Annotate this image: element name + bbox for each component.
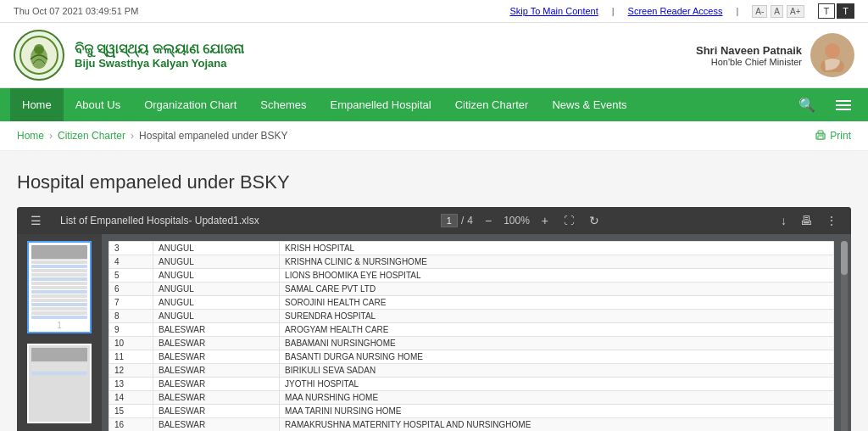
nav-about[interactable]: About Us (64, 88, 132, 121)
breadcrumb: Home › Citizen Charter › Hospital empane… (17, 130, 288, 142)
nav-empanelled[interactable]: Empanelled Hospital (319, 88, 443, 121)
org-name-odia: ବିଜୁ ସ୍ୱାସ୍ଥ୍ୟ କଲ୍ୟାଣ ଯୋଜନା (75, 42, 244, 57)
org-name-eng: Biju Swasthya Kalyan Yojana (75, 57, 244, 70)
breadcrumb-sep-1: › (49, 130, 53, 142)
pdf-zoom-level: 100% (504, 215, 530, 227)
pdf-page-sep: / (461, 215, 464, 227)
translation-t2[interactable]: T (837, 3, 854, 19)
pdf-zoom-out-button[interactable]: − (481, 212, 495, 229)
table-cell-num: 7 (109, 296, 153, 310)
table-cell-num: 12 (109, 364, 153, 378)
breadcrumb-bar: Home › Citizen Charter › Hospital empane… (0, 121, 868, 151)
translation-t1[interactable]: T (818, 3, 836, 19)
menu-icon[interactable] (829, 93, 858, 117)
pdf-download-button[interactable]: ↓ (777, 212, 790, 229)
separator: | (736, 6, 738, 16)
pdf-viewer: ☰ List of Empanelled Hospitals- Updated1… (17, 207, 851, 431)
pdf-zoom-in-button[interactable]: + (538, 212, 552, 229)
logo-area: ବିଜୁ ସ୍ୱାସ୍ଥ୍ୟ କଲ୍ୟାଣ ଯୋଜନା Biju Swasthy… (14, 30, 244, 81)
pdf-thumbnail-panel: 1 (17, 234, 102, 431)
minister-photo (810, 33, 854, 77)
print-button[interactable]: Print (815, 130, 851, 142)
navbar: Home About Us Organization Chart Schemes… (0, 88, 868, 121)
minister-area: Shri Naveen Patnaik Hon'ble Chief Minist… (696, 33, 854, 77)
font-size-controls: A- A A+ (752, 5, 804, 18)
print-label: Print (830, 130, 851, 142)
table-cell-district: ANUGUL (153, 269, 280, 283)
datetime: Thu Oct 07 2021 03:49:51 PM (14, 6, 138, 16)
table-cell-district: BALESWAR (153, 378, 280, 391)
screen-reader-link[interactable]: Screen Reader Access (628, 6, 723, 16)
table-cell-district: BALESWAR (153, 337, 280, 350)
font-size-decrease[interactable]: A- (752, 5, 767, 18)
pdf-menu-icon[interactable]: ☰ (27, 212, 45, 229)
pdf-fit-button[interactable]: ⛶ (560, 213, 577, 228)
table-cell-num: 9 (109, 323, 153, 337)
table-row: 11BALESWARBASANTI DURGA NURSING HOME (109, 350, 834, 364)
minister-text: Shri Naveen Patnaik Hon'ble Chief Minist… (696, 44, 802, 67)
table-row: 13BALESWARJYOTHI HOSPITAL (109, 378, 834, 391)
nav-schemes[interactable]: Schemes (248, 88, 318, 121)
table-cell-hospital: SAMAL CARE PVT LTD (280, 283, 834, 296)
table-cell-num: 15 (109, 405, 153, 418)
top-bar: Thu Oct 07 2021 03:49:51 PM Skip To Main… (0, 0, 868, 23)
skip-link[interactable]: Skip To Main Content (509, 6, 598, 16)
breadcrumb-current: Hospital empaneled under BSKY (139, 130, 287, 142)
svg-point-2 (34, 44, 44, 54)
breadcrumb-sep-2: › (131, 130, 134, 142)
pdf-thumb-img-1 (29, 243, 90, 319)
pdf-more-button[interactable]: ⋮ (822, 212, 841, 229)
table-row: 16BALESWARRAMAKRUSHNA MATERNITY HOSPITAL… (109, 418, 834, 432)
pdf-scrollbar-thumb[interactable] (841, 241, 848, 275)
table-row: 10BALESWARBABAMANI NURSINGHOME (109, 337, 834, 350)
pdf-filename: List of Empanelled Hospitals- Updated1.x… (60, 215, 259, 227)
page-title: Hospital empaneled under BSKY (17, 171, 851, 193)
table-cell-district: BALESWAR (153, 418, 280, 432)
nav-citizen-charter[interactable]: Citizen Charter (443, 88, 541, 121)
nav-org-chart[interactable]: Organization Chart (132, 88, 248, 121)
table-cell-district: ANUGUL (153, 310, 280, 323)
nav-home[interactable]: Home (10, 88, 64, 121)
table-cell-hospital: BASANTI DURGA NURSING HOME (280, 350, 834, 364)
font-size-normal[interactable]: A (771, 5, 783, 18)
pdf-page-current: 1 (441, 214, 458, 227)
table-cell-num: 6 (109, 283, 153, 296)
table-cell-district: ANUGUL (153, 255, 280, 269)
pdf-print-action-button[interactable]: 🖶 (797, 212, 815, 229)
pdf-page-info: 1 / 4 (441, 214, 473, 227)
table-row: 7ANUGULSOROJINI HEALTH CARE (109, 296, 834, 310)
pdf-toolbar: ☰ List of Empanelled Hospitals- Updated1… (17, 207, 851, 234)
table-cell-hospital: SOROJINI HEALTH CARE (280, 296, 834, 310)
search-icon[interactable]: 🔍 (792, 90, 822, 120)
table-cell-num: 8 (109, 310, 153, 323)
pdf-main-content: 3ANUGULKRISH HOSPITAL4ANUGULKRISHNA CLIN… (108, 241, 834, 431)
pdf-scrollbar[interactable] (841, 241, 848, 431)
table-row: 12BALESWARBIRIKULI SEVA SADAN (109, 364, 834, 378)
nav-news-events[interactable]: News & Events (540, 88, 638, 121)
separator: | (612, 6, 615, 16)
nav-icons: 🔍 (792, 90, 858, 120)
table-row: 9BALESWARAROGYAM HEALTH CARE (109, 323, 834, 337)
table-cell-hospital: JYOTHI HOSPITAL (280, 378, 834, 391)
pdf-thumb-2[interactable] (27, 344, 92, 423)
pdf-thumb-1[interactable]: 1 (27, 241, 92, 333)
table-cell-hospital: AROGYAM HEALTH CARE (280, 323, 834, 337)
table-cell-hospital: RAMAKRUSHNA MATERNITY HOSPITAL AND NURSI… (280, 418, 834, 432)
table-cell-hospital: MAA TARINI NURSING HOME (280, 405, 834, 418)
pdf-rotate-button[interactable]: ↻ (586, 212, 603, 229)
pdf-page-total: 4 (467, 215, 473, 227)
table-cell-district: BALESWAR (153, 405, 280, 418)
table-cell-num: 13 (109, 378, 153, 391)
breadcrumb-home[interactable]: Home (17, 130, 44, 142)
table-cell-num: 4 (109, 255, 153, 269)
main-content: Hospital empaneled under BSKY ☰ List of … (0, 151, 868, 431)
table-row: 6ANUGULSAMAL CARE PVT LTD (109, 283, 834, 296)
font-size-increase[interactable]: A+ (787, 5, 804, 18)
table-cell-district: ANUGUL (153, 242, 280, 255)
table-row: 3ANUGULKRISH HOSPITAL (109, 242, 834, 255)
table-cell-hospital: MAA NURSHING HOME (280, 391, 834, 405)
table-row: 14BALESWARMAA NURSHING HOME (109, 391, 834, 405)
table-cell-num: 14 (109, 391, 153, 405)
breadcrumb-citizen-charter[interactable]: Citizen Charter (58, 130, 125, 142)
table-cell-hospital: SURENDRA HOSPITAL (280, 310, 834, 323)
